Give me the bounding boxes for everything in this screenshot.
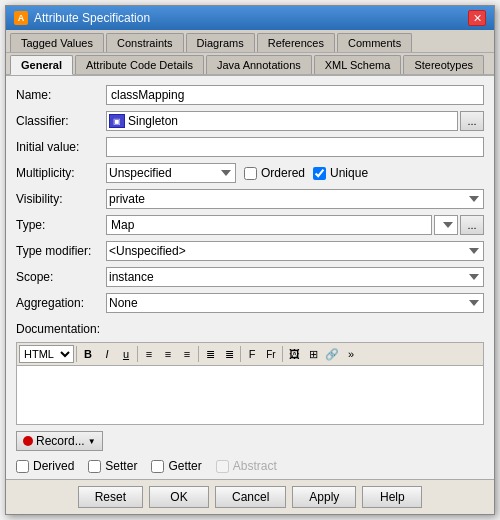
documentation-label: Documentation: xyxy=(16,322,106,336)
type-input-group: ... xyxy=(106,215,484,235)
ordered-checkbox[interactable] xyxy=(244,167,257,180)
record-circle-icon xyxy=(23,436,33,446)
tab-attribute-code-details[interactable]: Attribute Code Details xyxy=(75,55,204,74)
record-label: Record... xyxy=(36,434,85,448)
type-modifier-label: Type modifier: xyxy=(16,244,106,258)
tab-java-annotations[interactable]: Java Annotations xyxy=(206,55,312,74)
multiplicity-label: Multiplicity: xyxy=(16,166,106,180)
close-button[interactable]: ✕ xyxy=(468,10,486,26)
align-right-button[interactable]: ≡ xyxy=(178,345,196,363)
getter-label: Getter xyxy=(168,459,201,473)
type-modifier-row: Type modifier: <Unspecified> xyxy=(16,240,484,262)
abstract-checkbox[interactable] xyxy=(216,460,229,473)
dialog-title: Attribute Specification xyxy=(34,11,150,25)
align-left-button[interactable]: ≡ xyxy=(140,345,158,363)
classifier-input-wrap: ▣ Singleton xyxy=(106,111,458,131)
abstract-group: Abstract xyxy=(216,459,277,473)
toolbar-sep-1 xyxy=(76,346,77,362)
name-row: Name: xyxy=(16,84,484,106)
toolbar-sep-3 xyxy=(198,346,199,362)
toolbar-sep-4 xyxy=(240,346,241,362)
cancel-button[interactable]: Cancel xyxy=(215,486,286,508)
setter-label: Setter xyxy=(105,459,137,473)
list-ol-button[interactable]: ≣ xyxy=(220,345,238,363)
ok-button[interactable]: OK xyxy=(149,486,209,508)
record-button[interactable]: Record... ▼ xyxy=(16,431,103,451)
record-chevron-icon: ▼ xyxy=(88,437,96,446)
titlebar: A Attribute Specification ✕ xyxy=(6,6,494,30)
fr-button[interactable]: Fr xyxy=(262,345,280,363)
tab-general[interactable]: General xyxy=(10,55,73,75)
reset-button[interactable]: Reset xyxy=(78,486,143,508)
tab-comments[interactable]: Comments xyxy=(337,33,412,52)
scope-row: Scope: instance class xyxy=(16,266,484,288)
tab-constraints[interactable]: Constraints xyxy=(106,33,184,52)
ordered-group: Ordered xyxy=(244,166,305,180)
visibility-label: Visibility: xyxy=(16,192,106,206)
toolbar-sep-2 xyxy=(137,346,138,362)
classifier-icon: ▣ xyxy=(109,114,125,128)
name-input[interactable] xyxy=(106,85,484,105)
documentation-textarea[interactable] xyxy=(16,365,484,425)
classifier-row: Classifier: ▣ Singleton ... xyxy=(16,110,484,132)
unique-checkbox[interactable] xyxy=(313,167,326,180)
setter-checkbox[interactable] xyxy=(88,460,101,473)
apply-button[interactable]: Apply xyxy=(292,486,356,508)
tab-references[interactable]: References xyxy=(257,33,335,52)
titlebar-left: A Attribute Specification xyxy=(14,11,150,25)
aggregation-label: Aggregation: xyxy=(16,296,106,310)
content-area: Name: Classifier: ▣ Singleton ... Initia… xyxy=(6,76,494,479)
bottom-buttons: Reset OK Cancel Apply Help xyxy=(6,479,494,514)
table-button[interactable]: ⊞ xyxy=(304,345,322,363)
type-row: Type: ... xyxy=(16,214,484,236)
classifier-browse-button[interactable]: ... xyxy=(460,111,484,131)
link-button[interactable]: 🔗 xyxy=(323,345,341,363)
type-input[interactable] xyxy=(106,215,432,235)
derived-checkbox[interactable] xyxy=(16,460,29,473)
tab-stereotypes[interactable]: Stereotypes xyxy=(403,55,484,74)
initial-value-row: Initial value: xyxy=(16,136,484,158)
type-browse-button[interactable]: ... xyxy=(460,215,484,235)
type-modifier-select[interactable]: <Unspecified> xyxy=(106,241,484,261)
toolbar-sep-5 xyxy=(282,346,283,362)
doc-format-select[interactable]: HTML Text xyxy=(19,345,74,363)
aggregation-row: Aggregation: None Aggregate Composite xyxy=(16,292,484,314)
underline-button[interactable]: u xyxy=(117,345,135,363)
align-center-button[interactable]: ≡ xyxy=(159,345,177,363)
help-button[interactable]: Help xyxy=(362,486,422,508)
italic-button[interactable]: I xyxy=(98,345,116,363)
aggregation-select[interactable]: None Aggregate Composite xyxy=(106,293,484,313)
doc-toolbar: HTML Text B I u ≡ ≡ ≡ ≣ ≣ F Fr 🖼 ⊞ xyxy=(16,342,484,365)
initial-value-input[interactable] xyxy=(106,137,484,157)
name-label: Name: xyxy=(16,88,106,102)
derived-label: Derived xyxy=(33,459,74,473)
type-dropdown[interactable] xyxy=(434,215,458,235)
getter-group: Getter xyxy=(151,459,201,473)
record-row: Record... ▼ xyxy=(16,429,484,453)
list-ul-button[interactable]: ≣ xyxy=(201,345,219,363)
documentation-label-row: Documentation: xyxy=(16,318,484,340)
image-button[interactable]: 🖼 xyxy=(285,345,303,363)
visibility-row: Visibility: private public protected pac… xyxy=(16,188,484,210)
documentation-section: Documentation: HTML Text B I u ≡ ≡ ≡ ≣ ≣ xyxy=(16,318,484,425)
dialog-icon: A xyxy=(14,11,28,25)
getter-checkbox[interactable] xyxy=(151,460,164,473)
classifier-input-group: ▣ Singleton ... xyxy=(106,111,484,131)
derived-group: Derived xyxy=(16,459,74,473)
bold-button[interactable]: B xyxy=(79,345,97,363)
dialog: A Attribute Specification ✕ Tagged Value… xyxy=(5,5,495,515)
tab-xml-schema[interactable]: XML Schema xyxy=(314,55,402,74)
unique-label: Unique xyxy=(330,166,368,180)
scope-label: Scope: xyxy=(16,270,106,284)
multiplicity-row: Multiplicity: Unspecified Ordered Unique xyxy=(16,162,484,184)
tab-tagged-values[interactable]: Tagged Values xyxy=(10,33,104,52)
multiplicity-select[interactable]: Unspecified xyxy=(106,163,236,183)
visibility-select[interactable]: private public protected package xyxy=(106,189,484,209)
more-button[interactable]: » xyxy=(342,345,360,363)
ordered-label: Ordered xyxy=(261,166,305,180)
abstract-label: Abstract xyxy=(233,459,277,473)
setter-group: Setter xyxy=(88,459,137,473)
tab-diagrams[interactable]: Diagrams xyxy=(186,33,255,52)
scope-select[interactable]: instance class xyxy=(106,267,484,287)
f-button[interactable]: F xyxy=(243,345,261,363)
